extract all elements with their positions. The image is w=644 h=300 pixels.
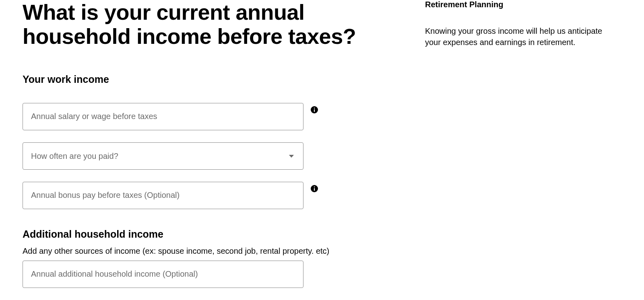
pay-frequency-field-row: How often are you paid? (23, 142, 324, 170)
salary-field-row (23, 103, 324, 130)
svg-rect-1 (314, 108, 315, 109)
info-icon[interactable] (311, 106, 318, 113)
svg-rect-6 (314, 188, 315, 191)
additional-income-input[interactable] (23, 261, 303, 288)
info-icon[interactable] (311, 185, 318, 192)
svg-rect-5 (314, 187, 315, 188)
work-income-heading: Your work income (23, 74, 409, 85)
sidebar-text: Knowing your gross income will help us a… (425, 25, 610, 48)
additional-income-field-row (23, 261, 324, 288)
page-title: What is your current annual household in… (23, 0, 409, 49)
svg-rect-2 (314, 109, 315, 112)
annual-bonus-input[interactable] (23, 182, 303, 209)
sidebar-title: Retirement Planning (425, 0, 610, 9)
additional-income-heading: Additional household income (23, 228, 409, 240)
additional-income-subtext: Add any other sources of income (ex: spo… (23, 247, 409, 256)
pay-frequency-select[interactable]: How often are you paid? (23, 142, 303, 170)
annual-salary-input[interactable] (23, 103, 303, 130)
bonus-field-row (23, 182, 324, 209)
